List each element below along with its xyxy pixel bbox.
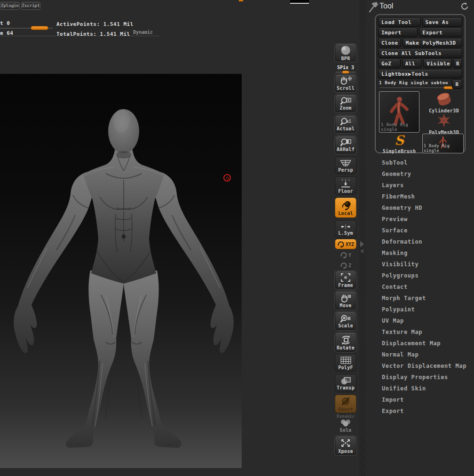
magnifier-half-icon	[340, 138, 352, 147]
tab-zscript[interactable]: Zscript	[21, 2, 40, 10]
nav-label: Persp	[338, 167, 353, 173]
tool-row: ImportExport	[378, 28, 462, 37]
nav-persp[interactable]: Persp	[335, 157, 356, 174]
nav-floor[interactable]: x y zFloor	[335, 176, 356, 195]
nav-polyf[interactable]: PolyF	[335, 354, 356, 372]
nav-spix[interactable]: SPix 3	[335, 64, 356, 73]
section-surface[interactable]: Surface	[365, 225, 474, 236]
tool-button-group: Load ToolSave AsImportExportCloneMake Po…	[375, 14, 466, 153]
tab-zplugin[interactable]: Zplugin	[0, 2, 20, 10]
divider-arrow-right-icon	[360, 241, 364, 247]
tool-button-visible[interactable]: Visible	[423, 59, 452, 68]
spix-slider[interactable]	[335, 71, 356, 73]
section-subtool[interactable]: SubTool	[365, 157, 474, 168]
section-import[interactable]: Import	[365, 394, 474, 405]
tool-button-goz[interactable]: GoZ	[378, 59, 401, 68]
nav-rotate[interactable]: Rotate	[335, 333, 356, 352]
nav-label: Actual	[337, 126, 355, 131]
section-geometry[interactable]: Geometry	[365, 168, 474, 180]
active-tool-slider[interactable]	[379, 87, 452, 88]
section-display-properties[interactable]: Display Properties	[365, 372, 474, 383]
nav-label: Rotate	[337, 345, 355, 350]
section-deformation[interactable]: Deformation	[365, 236, 474, 247]
nav-xpose[interactable]: Xpose	[335, 436, 356, 455]
nav-scale[interactable]: Scale	[335, 312, 356, 330]
tool-button-make-polymesh3d[interactable]: Make PolyMesh3D	[403, 38, 462, 48]
section-preview[interactable]: Preview	[365, 214, 474, 225]
tool-button-r[interactable]: R	[453, 59, 462, 68]
thumbnail-active-tool[interactable]: 1 Body Rig single	[379, 91, 419, 133]
section-morph-target[interactable]: Morph Target	[365, 293, 474, 304]
tool-button-export[interactable]: Export	[419, 28, 462, 37]
tool-row: Clone All SubTools	[378, 48, 462, 58]
section-vector-displacement-map[interactable]: Vector Displacement Map	[365, 360, 474, 372]
document-canvas[interactable]	[0, 74, 242, 468]
thumbnail-label: 1 Body Rig single	[381, 122, 419, 132]
nav-xyz[interactable]: XYZ	[335, 239, 356, 249]
thumbnail-cylinder3d[interactable]: Cylinder3D	[422, 91, 466, 112]
tool-button-import[interactable]: Import	[378, 28, 418, 37]
star-icon	[434, 113, 453, 130]
frame-corners-icon	[340, 272, 351, 283]
hammer-icon	[367, 1, 379, 15]
section-texture-map[interactable]: Texture Map	[365, 326, 474, 338]
nav-gy[interactable]: Y	[335, 250, 356, 260]
nav-frame[interactable]: Frame	[335, 271, 356, 289]
nav-label: Move	[340, 303, 351, 308]
section-polypaint[interactable]: Polypaint	[365, 304, 474, 315]
nav-aahalf[interactable]: AAHalf	[335, 136, 356, 154]
thumbnail-simplebrush[interactable]: S SimpleBrush	[379, 134, 419, 153]
section-masking[interactable]: Masking	[365, 247, 474, 259]
nav-solo[interactable]: Solo	[335, 418, 356, 433]
panel-divider[interactable]	[359, 0, 365, 476]
nav-label: Scroll	[337, 86, 355, 91]
nav-dynamic: Dynamic	[335, 414, 356, 418]
section-export[interactable]: Export	[365, 405, 474, 417]
active-tool-r-button[interactable]: R	[452, 79, 462, 89]
restore-icon[interactable]	[460, 2, 468, 12]
section-polygroups[interactable]: Polygroups	[365, 270, 474, 281]
dynamic-label[interactable]: Dynamic	[133, 30, 153, 35]
section-contact[interactable]: Contact	[365, 281, 474, 293]
nav-lsym[interactable]: L.Sym	[335, 220, 356, 238]
tool-row: Lightbox▶Tools	[378, 69, 462, 79]
nav-ghost[interactable]: Ghost	[335, 395, 356, 413]
tool-button-all[interactable]: All	[402, 59, 422, 68]
tool-button-clone-all-subtools[interactable]: Clone All SubTools	[378, 48, 462, 58]
transparency-icon	[340, 376, 352, 385]
nav-label: XYZ	[346, 242, 354, 247]
section-layers[interactable]: Layers	[365, 180, 474, 191]
nav-scroll[interactable]: Scroll	[335, 74, 356, 92]
expand-arrows-icon	[340, 437, 352, 449]
section-uv-map[interactable]: UV Map	[365, 315, 474, 326]
thumbnail-label: 1 Body Rig single	[424, 143, 463, 153]
thumbnail-recent-tool[interactable]: 1 Body Rig single	[422, 134, 464, 153]
brush-ring-cursor	[223, 174, 231, 182]
section-geometry-hd[interactable]: Geometry HD	[365, 202, 474, 214]
slider1-handle[interactable]	[31, 26, 48, 30]
section-fibermesh[interactable]: FiberMesh	[365, 191, 474, 202]
tool-button-clone[interactable]: Clone	[378, 38, 401, 48]
nav-local[interactable]: Local	[335, 198, 356, 218]
nav-actual[interactable]: x1Actual	[335, 115, 356, 133]
tool-button-load-tool[interactable]: Load Tool	[378, 17, 421, 27]
section-displacement-map[interactable]: Displacement Map	[365, 338, 474, 349]
tool-thumbnails: 1 Body Rig single Cylinder3D PolyMesh3D	[378, 91, 462, 153]
nav-transp[interactable]: Transp	[335, 374, 356, 392]
total-points: TotalPoints: 1.541 Mil	[56, 31, 130, 37]
spix-slider-handle[interactable]	[342, 71, 349, 74]
local-pivot-icon	[339, 200, 352, 211]
tool-button-lightbox-tools[interactable]: Lightbox▶Tools	[378, 69, 462, 79]
nav-bpr[interactable]: BPR	[335, 44, 356, 62]
tool-button-save-as[interactable]: Save As	[422, 17, 463, 27]
section-visibility[interactable]: Visibility	[365, 259, 474, 270]
nav-zoom[interactable]: Zoom	[335, 95, 356, 112]
section-unified-skin[interactable]: Unified Skin	[365, 383, 474, 394]
nav-label: Z	[348, 263, 351, 268]
rotate-object-icon	[340, 334, 352, 345]
thumbnail-polymesh3d[interactable]: PolyMesh3D	[422, 113, 466, 134]
nav-label: Scale	[338, 323, 353, 328]
section-normal-map[interactable]: Normal Map	[365, 349, 474, 360]
nav-move[interactable]: Move	[335, 291, 356, 309]
nav-gz[interactable]: Z	[335, 261, 356, 270]
